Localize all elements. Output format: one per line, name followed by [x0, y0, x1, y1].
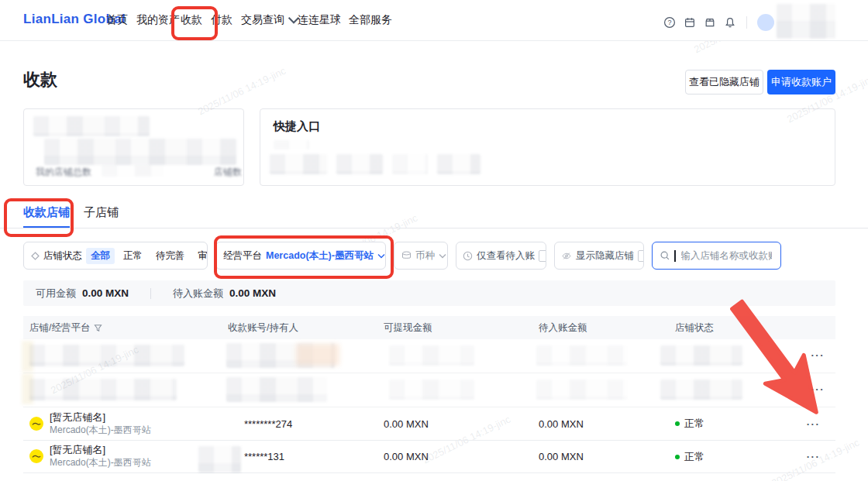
platform-filter-value: Mercado(本土)-墨西哥站	[266, 249, 374, 263]
currency-filter[interactable]: 币种	[394, 242, 448, 270]
calendar-icon[interactable]	[684, 16, 696, 29]
shops-table: 店铺/经营平台 收款账号/持有人 可提现金额 待入账金额 店铺状态 ···	[23, 316, 835, 473]
redacted-block	[660, 380, 742, 400]
status-option-normal[interactable]: 正常	[119, 248, 147, 264]
apply-collection-account-button[interactable]: 申请收款账户	[767, 70, 835, 94]
row-actions-menu[interactable]: ···	[785, 451, 835, 462]
pending-amount-label: 待入账金额	[173, 287, 223, 301]
shop-name: [暂无店铺名]	[50, 411, 151, 424]
row-actions-menu[interactable]: ···	[785, 418, 835, 430]
row-actions-menu[interactable]: ···	[811, 349, 825, 361]
summary-divider	[150, 288, 151, 299]
shop-status-label: 店铺状态	[43, 249, 82, 263]
pending-only-filter: 仅查看待入账	[456, 242, 546, 270]
shop-count-label: 店铺数	[214, 166, 242, 179]
page-title: 收款	[23, 68, 57, 91]
top-nav-bar: LianLian Global 首页 我的资产 收款 付款 交易查询 连连星球 …	[0, 0, 868, 41]
search-input[interactable]	[680, 249, 774, 262]
coins-icon	[401, 251, 412, 260]
nav-item-my-assets[interactable]: 我的资产	[136, 13, 180, 27]
platform-filter[interactable]: 经营平台 Mercado(本土)-墨西哥站	[215, 242, 386, 270]
bell-icon[interactable]	[724, 16, 736, 29]
nav-item-all-services[interactable]: 全部服务	[349, 13, 392, 27]
text-caret	[674, 250, 676, 262]
quick-entry-title: 快捷入口	[274, 119, 320, 134]
status-dot-icon	[675, 455, 680, 459]
shop-search-box	[652, 242, 781, 270]
redacted-block	[44, 139, 236, 165]
nav-item-payment[interactable]: 付款	[211, 13, 232, 27]
pending-amount-value: 0.00 MXN	[229, 287, 276, 299]
shop-total-label: 我的店铺总数	[36, 166, 91, 179]
redacted-block	[102, 165, 164, 177]
account-cell: ********274	[219, 418, 377, 430]
table-row: [暂无店铺名] Mercado(本土)-墨西哥站 ******131 0.00 …	[23, 441, 835, 473]
nav-item-collection[interactable]: 收款	[181, 13, 202, 27]
pending-only-label: 仅查看待入账	[477, 249, 535, 263]
shop-platform: Mercado(本土)-墨西哥站	[50, 424, 151, 437]
status-option-all[interactable]: 全部	[86, 248, 115, 264]
amount-summary-bar: 可用金额 0.00 MXN 待入账金额 0.00 MXN	[23, 280, 835, 306]
redacted-user-info	[777, 4, 835, 39]
available-amount-label: 可用金额	[36, 287, 76, 301]
eye-off-icon	[561, 251, 572, 261]
redacted-block	[536, 380, 628, 400]
platform-filter-label: 经营平台	[223, 249, 262, 263]
svg-text:?: ?	[667, 19, 671, 26]
show-hidden-label: 显示隐藏店铺	[576, 249, 634, 263]
shop-platform: Mercado(本土)-墨西哥站	[50, 457, 151, 469]
status-option-reviewing[interactable]: 审核中	[194, 248, 208, 264]
chevron-down-icon	[377, 253, 385, 259]
redacted-quick-link[interactable]	[336, 154, 383, 174]
status-badge: 正常	[684, 450, 704, 464]
tab-sub-shops[interactable]: 子店铺	[84, 205, 119, 220]
account-number: ******131	[244, 451, 284, 462]
app-root: 2025/11/06 14:19-jinc 2025/11/06 14:19-j…	[0, 0, 868, 481]
nav-item-transaction-query[interactable]: 交易查询	[241, 13, 300, 27]
currency-filter-label: 币种	[415, 249, 435, 263]
table-row-redacted: ···	[23, 339, 835, 373]
pending-only-checkbox[interactable]	[539, 250, 546, 262]
chevron-down-icon	[439, 253, 446, 259]
nav-item-home[interactable]: 首页	[106, 13, 128, 27]
help-icon[interactable]: ?	[663, 16, 676, 29]
show-hidden-filter: 显示隐藏店铺	[554, 242, 644, 270]
account-number: ********274	[244, 418, 292, 430]
redacted-quick-link[interactable]	[392, 154, 428, 174]
tab-collection-shops[interactable]: 收款店铺	[23, 205, 70, 220]
column-account-holder: 收款账号/持有人	[219, 321, 377, 335]
shop-name: [暂无店铺名]	[50, 444, 151, 457]
shop-cell: [暂无店铺名] Mercado(本土)-墨西哥站	[23, 444, 219, 469]
redacted-quick-link[interactable]	[270, 154, 327, 174]
available-amount-value: 0.00 MXN	[82, 287, 129, 299]
status-dot-icon	[675, 421, 680, 426]
tag-icon	[31, 252, 40, 260]
row-actions-menu[interactable]: ···	[811, 383, 825, 395]
redacted-quick-link[interactable]	[437, 154, 480, 174]
pending-amount: 0.00 MXN	[532, 418, 669, 430]
shop-tabs: 收款店铺 子店铺	[0, 200, 868, 228]
redacted-block	[33, 116, 150, 136]
header-icon-group: ?	[663, 14, 774, 31]
column-status: 店铺状态	[669, 321, 785, 335]
avatar[interactable]	[757, 14, 774, 31]
nav-item-label: 交易查询	[241, 13, 284, 27]
nav-item-lianlian-planet[interactable]: 连连星球	[298, 13, 341, 27]
column-shop-platform: 店铺/经营平台	[23, 321, 219, 335]
status-option-incomplete[interactable]: 待完善	[151, 248, 190, 264]
quick-entry-card: 快捷入口	[260, 108, 835, 186]
table-row-redacted: ···	[23, 373, 835, 407]
show-hidden-checkbox[interactable]	[638, 250, 644, 262]
redacted-block	[274, 140, 309, 149]
view-hidden-shops-button[interactable]: 查看已隐藏店铺	[685, 70, 763, 94]
package-icon[interactable]	[704, 16, 716, 29]
redacted-block	[660, 345, 742, 366]
redacted-block	[198, 446, 241, 472]
filter-funnel-icon[interactable]	[94, 324, 102, 332]
column-withdrawable: 可提现金额	[377, 321, 532, 335]
status-cell: 正常	[669, 417, 785, 431]
pending-amount: 0.00 MXN	[532, 451, 669, 462]
redacted-block	[389, 380, 474, 400]
shop-status-filter: 店铺状态 全部 正常 待完善 审核中	[23, 242, 208, 270]
withdrawable-amount: 0.00 MXN	[377, 451, 532, 462]
